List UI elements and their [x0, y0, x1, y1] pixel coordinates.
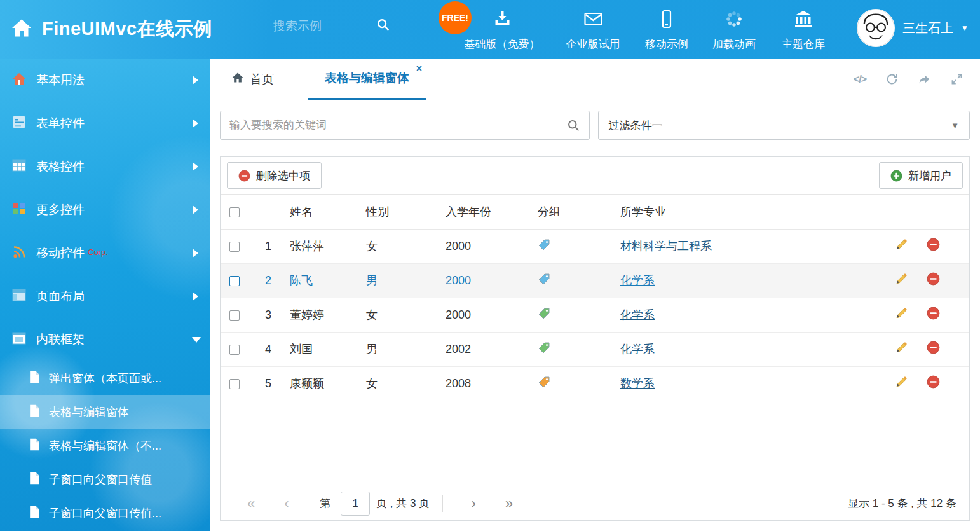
pagination-bar: « ‹ 第 页 , 共 3 页 › » 显示 1 - 5 条 , 共 12 条: [221, 486, 969, 520]
house-icon: [11, 71, 36, 89]
add-user-button[interactable]: 新增用户: [879, 162, 963, 189]
divider: [442, 495, 443, 512]
edit-icon[interactable]: [895, 307, 908, 320]
table-row[interactable]: 5 康颖颖 女 2008 数学系: [221, 366, 969, 401]
row-checkbox[interactable]: [229, 242, 240, 252]
sidebar-item-form-controls[interactable]: 表单控件: [0, 102, 210, 145]
major-link[interactable]: 化学系: [620, 343, 655, 355]
tag-icon[interactable]: [538, 341, 550, 354]
sidebar-item-mobile-controls[interactable]: 移动控件 Corp.: [0, 231, 210, 275]
chevron-down-icon: [192, 337, 201, 343]
row-checkbox[interactable]: [229, 379, 240, 389]
nav-item-theme-repo[interactable]: 主题仓库: [782, 9, 825, 52]
filter-dropdown[interactable]: 过滤条件一 ▼: [598, 111, 970, 140]
chevron-right-icon: [193, 162, 198, 171]
last-page-icon[interactable]: »: [491, 495, 527, 512]
table-row[interactable]: 1 张萍萍 女 2000 材料科学与工程系: [221, 229, 969, 263]
row-checkbox[interactable]: [229, 345, 240, 355]
blocks-icon: [11, 201, 36, 219]
sidebar-subitem-grid-edit-window[interactable]: 表格与编辑窗体: [0, 395, 210, 429]
sidebar-item-iframe[interactable]: 内联框架: [0, 318, 210, 361]
prev-page-icon[interactable]: ‹: [269, 495, 304, 512]
code-icon[interactable]: </>: [854, 74, 866, 85]
tag-icon[interactable]: [538, 273, 550, 286]
major-link[interactable]: 数学系: [620, 377, 655, 390]
tab-grid-edit-window[interactable]: 表格与编辑窗体 ×: [308, 59, 426, 100]
layout-icon: [11, 287, 36, 305]
major-link[interactable]: 化学系: [620, 274, 655, 287]
cell-year: 2000: [443, 229, 535, 263]
table-body: 1 张萍萍 女 2000 材料科学与工程系 2: [221, 229, 969, 401]
nav-item-loading-animation[interactable]: 加载动画: [712, 9, 756, 52]
table-row[interactable]: 2 陈飞 男 2000 化学系: [221, 263, 969, 298]
major-link[interactable]: 材料科学与工程系: [620, 240, 712, 252]
tag-icon[interactable]: [538, 238, 550, 251]
delete-row-icon[interactable]: [927, 272, 940, 286]
tab-home[interactable]: 首页: [219, 59, 287, 100]
sidebar-item-grid-controls[interactable]: 表格控件: [0, 145, 210, 188]
chevron-right-icon: [193, 205, 198, 214]
close-icon[interactable]: ×: [416, 64, 422, 74]
nav-item-basic-free[interactable]: 基础版（免费）: [465, 9, 540, 52]
cell-gender: 男: [364, 263, 443, 298]
sidebar-item-basic-usage[interactable]: 基本用法: [0, 59, 210, 102]
select-all-checkbox[interactable]: [229, 207, 240, 217]
edit-icon[interactable]: [895, 375, 908, 389]
cell-year: 2008: [443, 366, 535, 401]
delete-row-icon[interactable]: [927, 307, 940, 320]
forward-icon[interactable]: [918, 72, 931, 86]
row-checkbox[interactable]: [229, 310, 240, 321]
sidebar-subitem-grid-edit-window-2[interactable]: 表格与编辑窗体（不...: [0, 429, 210, 462]
table-row[interactable]: 3 董婷婷 女 2000 化学系: [221, 298, 969, 332]
app-logo[interactable]: FineUIMvc在线示例: [10, 17, 212, 42]
major-link[interactable]: 化学系: [620, 308, 655, 321]
sidebar-item-page-layout[interactable]: 页面布局: [0, 275, 210, 318]
fullscreen-icon[interactable]: [950, 72, 963, 86]
user-name: 三生石上: [902, 20, 953, 37]
row-checkbox[interactable]: [229, 276, 240, 286]
column-header-group[interactable]: 分组: [535, 195, 618, 229]
sidebar-subitem-child-to-parent[interactable]: 子窗口向父窗口传值: [0, 462, 210, 496]
edit-icon[interactable]: [895, 238, 908, 251]
column-header-year[interactable]: 入学年份: [443, 195, 535, 229]
first-page-icon[interactable]: «: [233, 495, 269, 512]
edit-icon[interactable]: [895, 272, 908, 286]
next-page-icon[interactable]: ›: [456, 495, 491, 512]
page-number-input[interactable]: [341, 492, 370, 516]
cell-name: 董婷婷: [287, 298, 364, 332]
tag-icon[interactable]: [538, 376, 550, 389]
bank-icon: [793, 9, 813, 32]
user-menu[interactable]: 三生石上 ▼: [857, 9, 969, 47]
users-table: 姓名 性别 入学年份 分组 所学专业 1 张萍萍 女 2000: [221, 195, 969, 401]
keyword-search-input[interactable]: [229, 119, 567, 132]
delete-row-icon[interactable]: [927, 375, 940, 389]
sidebar-item-more-controls[interactable]: 更多控件: [0, 188, 210, 231]
form-icon: [11, 114, 36, 132]
search-icon[interactable]: [567, 119, 580, 132]
column-header-major[interactable]: 所学专业: [618, 195, 868, 229]
cell-gender: 男: [364, 332, 443, 366]
nav-item-enterprise-trial[interactable]: 企业版试用: [566, 9, 620, 52]
sidebar-subitem-popup-window[interactable]: 弹出窗体（本页面或...: [0, 361, 210, 395]
search-icon[interactable]: [376, 18, 390, 34]
delete-row-icon[interactable]: [927, 341, 940, 354]
column-header-name[interactable]: 姓名: [287, 195, 364, 229]
row-number: 4: [252, 332, 287, 366]
cell-gender: 女: [364, 229, 443, 263]
page-label: 第: [320, 496, 330, 511]
delete-selected-button[interactable]: 删除选中项: [227, 162, 322, 189]
table-row[interactable]: 4 刘国 男 2002 化学系: [221, 332, 969, 366]
tag-icon[interactable]: [538, 307, 550, 320]
refresh-icon[interactable]: [885, 72, 899, 86]
edit-icon[interactable]: [895, 341, 908, 354]
table-header-row: 姓名 性别 入学年份 分组 所学专业: [221, 195, 969, 229]
file-icon: [29, 404, 49, 420]
caret-down-icon: ▼: [951, 121, 959, 130]
row-number: 3: [252, 298, 287, 332]
sidebar-subitem-child-to-parent-2[interactable]: 子窗口向父窗口传值...: [0, 496, 210, 530]
envelope-icon: [583, 9, 603, 32]
delete-row-icon[interactable]: [927, 238, 940, 251]
column-header-gender[interactable]: 性别: [364, 195, 443, 229]
nav-item-mobile-demo[interactable]: 移动示例: [645, 9, 688, 52]
header-search-input[interactable]: [273, 19, 369, 33]
